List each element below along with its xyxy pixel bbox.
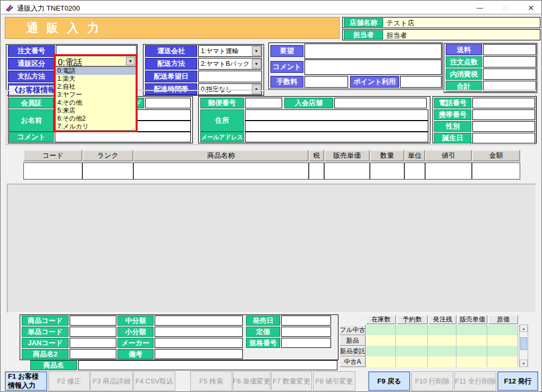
- maker-field[interactable]: [155, 338, 243, 348]
- window-title: 通販入力 TNET0200: [17, 4, 80, 13]
- stock-row-new-consign: 新品委託: [340, 346, 366, 356]
- dropdown-option-other2[interactable]: 6:その他2: [56, 115, 136, 123]
- inner-tax-field: [483, 69, 536, 80]
- entry-cell-amount[interactable]: [472, 163, 520, 180]
- product-code-field[interactable]: [70, 316, 116, 326]
- col-header-rank: ランク: [82, 150, 133, 161]
- stock-col-unit-price: 販売単価: [458, 315, 487, 324]
- mobile-field[interactable]: [472, 109, 535, 120]
- standard-no-field[interactable]: [281, 338, 331, 348]
- f5-search-button: F5 検索: [190, 371, 232, 391]
- f1-customer-info-button[interactable]: F1 お客様情報入力: [5, 371, 47, 391]
- request-field[interactable]: [304, 44, 442, 59]
- email-field[interactable]: [245, 132, 428, 142]
- partial-code-field[interactable]: [145, 98, 191, 108]
- customer-comment-field[interactable]: [55, 132, 191, 142]
- entry-cell-unit-price[interactable]: [324, 163, 370, 180]
- dropdown-option-other[interactable]: 4:その他: [56, 99, 136, 107]
- close-icon[interactable]: ✕: [523, 3, 539, 13]
- dropdown-option-yahoo[interactable]: 3:ヤフー: [56, 91, 136, 99]
- maker-label: メーカー: [117, 338, 154, 348]
- stock-data-row: [366, 346, 518, 356]
- delivery-method-dropdown[interactable]: 2:ヤマトBパック ▼: [198, 58, 262, 70]
- stock-cell: [366, 346, 396, 356]
- f10-delete-row-button: F10 行削除: [411, 371, 453, 391]
- dropdown-option-rakuten[interactable]: 1:楽天: [56, 75, 136, 83]
- entry-cell-rank[interactable]: [82, 163, 133, 180]
- channel-dropdown[interactable]: 0:電話 ▼: [55, 56, 136, 66]
- carrier-dropdown[interactable]: 1:ヤマト運輸 ▼: [198, 45, 262, 57]
- carrier-label: 運送会社: [145, 45, 197, 57]
- title-bar: 通販入力 TNET0200 — □ ✕: [1, 1, 541, 14]
- birthday-label: 誕生日: [434, 133, 471, 143]
- order-comment-field[interactable]: [304, 59, 442, 75]
- dropdown-option-mercari[interactable]: 7:メルカリ: [56, 123, 136, 131]
- fee-field[interactable]: [304, 76, 348, 88]
- address-field-1[interactable]: [245, 109, 428, 121]
- jan-code-field[interactable]: [70, 338, 116, 348]
- stock-cell: [396, 346, 428, 356]
- stock-cell: [428, 335, 456, 346]
- list-price-label: 定価: [246, 327, 280, 337]
- stock-col-stock: 在庫数: [366, 315, 396, 324]
- minimize-icon[interactable]: —: [472, 3, 488, 13]
- zip-field[interactable]: [245, 98, 282, 108]
- entry-cell-code[interactable]: [23, 163, 82, 180]
- phone-field[interactable]: [472, 98, 535, 108]
- standard-no-label: 規格番号: [246, 338, 280, 348]
- list-price-field[interactable]: [281, 327, 331, 337]
- stock-cell: [396, 325, 428, 335]
- item-code-field[interactable]: [70, 327, 116, 337]
- join-store-field[interactable]: [334, 98, 427, 108]
- chevron-down-icon[interactable]: ▼: [126, 57, 135, 65]
- stock-data-row: [366, 356, 518, 367]
- staff-label: 担当者: [344, 30, 383, 39]
- f4-csv-import-button: F4 CSV取込: [133, 371, 175, 391]
- scrollbar-thumb[interactable]: [520, 337, 527, 350]
- entry-cell-product-name[interactable]: [133, 163, 309, 180]
- order-comment-label: コメント: [270, 61, 303, 73]
- delivery-date-field[interactable]: [198, 71, 262, 82]
- f9-back-button[interactable]: F9 戻る: [368, 371, 410, 391]
- small-category-field[interactable]: [155, 327, 243, 337]
- payment-method-label: 支払方法: [8, 71, 55, 82]
- chevron-down-icon[interactable]: ▼: [252, 59, 261, 69]
- dropdown-option-phone[interactable]: 0:電話: [56, 67, 136, 75]
- f11-delete-all-rows-button: F11 全行削除: [454, 371, 496, 391]
- stock-col-reserved: 予約数: [397, 315, 428, 324]
- stock-cell: [428, 346, 456, 356]
- order-lines-list[interactable]: [7, 184, 536, 313]
- email-label: メールアドレス: [200, 132, 244, 142]
- release-date-field[interactable]: [281, 316, 331, 326]
- entry-cell-quantity[interactable]: [370, 163, 404, 180]
- stock-cell: [428, 325, 456, 335]
- entry-cell-unit[interactable]: [404, 163, 425, 180]
- product-name-field[interactable]: [78, 360, 337, 370]
- chevron-down-icon[interactable]: ▼: [252, 46, 261, 56]
- product-name2-field[interactable]: [70, 349, 116, 359]
- f12-issue-button[interactable]: F12 発行: [497, 371, 538, 391]
- shipping-fee-field[interactable]: [483, 44, 536, 55]
- mid-category-field[interactable]: [155, 316, 243, 326]
- scroll-up-icon[interactable]: ▲: [520, 325, 528, 332]
- birthday-field[interactable]: [472, 133, 535, 143]
- stock-col-backorder: 発注残: [429, 315, 456, 324]
- note-field[interactable]: [155, 349, 243, 359]
- col-header-tax: 税: [309, 150, 324, 161]
- dropdown-option-visit[interactable]: 5:来店: [56, 107, 136, 115]
- f3-product-detail-button: F3 商品詳細: [90, 371, 133, 391]
- address-field-2[interactable]: [245, 121, 428, 132]
- stock-data-row: [366, 335, 518, 346]
- gender-field[interactable]: [472, 121, 535, 132]
- customer-comment-label: コメント: [9, 132, 54, 142]
- entry-cell-tax[interactable]: [309, 163, 324, 180]
- point-use-field[interactable]: [400, 76, 442, 88]
- scroll-down-icon[interactable]: ▼: [520, 360, 528, 367]
- customer-name-label: お名前: [9, 109, 54, 132]
- entry-cell-discount[interactable]: [425, 163, 472, 180]
- item-count-field: [483, 56, 536, 67]
- request-label: 要望: [270, 45, 303, 57]
- stock-cell: [428, 356, 456, 367]
- dropdown-option-own[interactable]: 2:自社: [56, 83, 136, 91]
- product-name2-label: 商品名2: [22, 349, 69, 359]
